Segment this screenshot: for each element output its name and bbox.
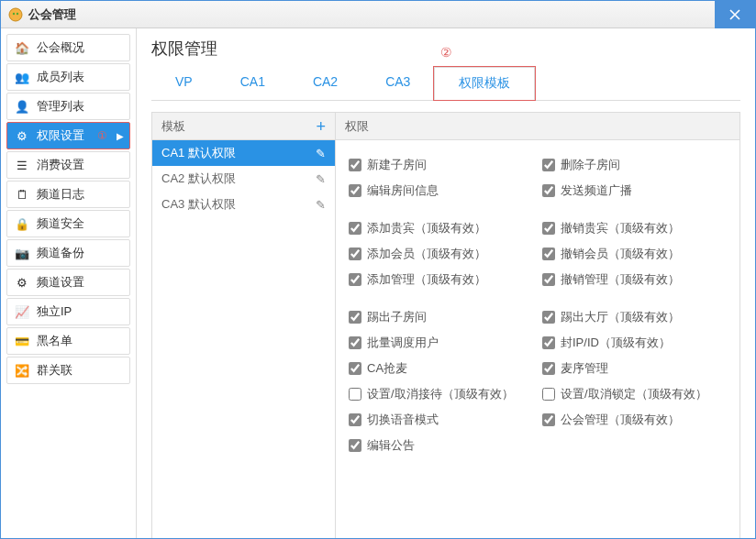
- chevron-right-icon: ▶: [117, 131, 124, 141]
- permission-checkbox[interactable]: [349, 336, 361, 349]
- permission-label: 切换语音模式: [367, 412, 439, 428]
- template-item[interactable]: CA3 默认权限✎: [152, 192, 335, 217]
- permission-checkbox[interactable]: [542, 222, 555, 235]
- permission-checkbox[interactable]: [349, 413, 361, 426]
- permission-checkbox[interactable]: [542, 184, 555, 197]
- permission-item[interactable]: 踢出子房间: [349, 309, 533, 325]
- permission-checkbox[interactable]: [349, 248, 361, 260]
- sidebar-item-8[interactable]: ⚙频道设置: [6, 269, 130, 296]
- sidebar-icon: ⚙: [15, 129, 29, 143]
- permission-item[interactable]: 撤销管理（顶级有效）: [542, 271, 727, 288]
- permission-item[interactable]: CA抢麦: [349, 360, 533, 377]
- permission-label: 编辑房间信息: [367, 182, 439, 199]
- permission-item[interactable]: 添加贵宾（顶级有效）: [349, 220, 533, 236]
- svg-point-0: [9, 8, 22, 21]
- sidebar-item-3[interactable]: ⚙权限设置①▶: [6, 122, 130, 149]
- permission-item[interactable]: 批量调度用户: [349, 335, 533, 351]
- sidebar-item-11[interactable]: 🔀群关联: [6, 357, 130, 384]
- tab-CA1[interactable]: CA1: [217, 67, 289, 100]
- sidebar-icon: ⚙: [15, 276, 29, 290]
- tab-CA3[interactable]: CA3: [361, 67, 434, 100]
- sidebar-item-10[interactable]: 💳黑名单: [6, 327, 130, 355]
- sidebar-icon: ☰: [15, 159, 29, 172]
- sidebar-icon: 👤: [15, 100, 29, 114]
- permission-checkbox[interactable]: [542, 388, 555, 401]
- permission-item[interactable]: 删除子房间: [542, 157, 727, 173]
- sidebar-item-label: 管理列表: [37, 98, 84, 115]
- sidebar-item-label: 群关联: [37, 362, 72, 379]
- permission-item[interactable]: 封IP/ID（顶级有效）: [542, 335, 727, 351]
- sidebar-icon: 🔒: [15, 217, 29, 231]
- sidebar-item-label: 频道设置: [37, 274, 84, 291]
- permission-header-label: 权限: [345, 118, 369, 135]
- sidebar-item-0[interactable]: 🏠公会概况: [6, 34, 130, 61]
- annotation-1: ①: [97, 129, 107, 142]
- sidebar-item-label: 频道安全: [37, 215, 84, 232]
- permission-checkbox[interactable]: [349, 159, 361, 171]
- permission-item[interactable]: 公会管理（顶级有效）: [542, 412, 727, 428]
- permission-checkbox[interactable]: [542, 362, 555, 375]
- permission-item[interactable]: 添加管理（顶级有效）: [349, 271, 533, 288]
- permission-checkbox[interactable]: [349, 362, 361, 375]
- svg-point-1: [13, 12, 15, 14]
- sidebar-item-label: 黑名单: [37, 333, 72, 349]
- template-item[interactable]: CA2 默认权限✎: [152, 166, 335, 192]
- sidebar-item-4[interactable]: ☰消费设置: [6, 151, 130, 179]
- permission-item[interactable]: 编辑房间信息: [349, 182, 533, 199]
- close-button[interactable]: [715, 1, 755, 28]
- sidebar-item-5[interactable]: 🗒频道日志: [6, 181, 130, 208]
- sidebar-item-label: 成员列表: [37, 69, 84, 85]
- content-row: 模板 + CA1 默认权限✎CA2 默认权限✎CA3 默认权限✎ 权限 新建子房…: [151, 112, 740, 538]
- tab-VP[interactable]: VP: [151, 67, 217, 100]
- template-item[interactable]: CA1 默认权限✎: [152, 140, 335, 166]
- sidebar-item-label: 消费设置: [37, 157, 84, 173]
- add-template-button[interactable]: +: [316, 118, 326, 135]
- permission-checkbox[interactable]: [349, 184, 361, 197]
- sidebar-item-6[interactable]: 🔒频道安全: [6, 210, 130, 237]
- permission-item[interactable]: 设置/取消接待（顶级有效）: [349, 386, 533, 402]
- permission-checkbox[interactable]: [542, 413, 555, 426]
- edit-icon[interactable]: ✎: [316, 198, 326, 212]
- permission-checkbox[interactable]: [542, 248, 555, 260]
- permission-checkbox[interactable]: [349, 273, 361, 286]
- template-item-label: CA1 默认权限: [161, 145, 236, 161]
- permission-panel: 权限 新建子房间删除子房间编辑房间信息发送频道广播添加贵宾（顶级有效）撤销贵宾（…: [336, 113, 739, 538]
- app-icon: [8, 7, 23, 22]
- permission-item[interactable]: 编辑公告: [349, 437, 533, 454]
- sidebar-item-1[interactable]: 👥成员列表: [6, 63, 130, 91]
- permission-item[interactable]: 踢出大厅（顶级有效）: [542, 309, 727, 325]
- sidebar-icon: 🗒: [15, 188, 29, 202]
- permission-label: 添加贵宾（顶级有效）: [367, 220, 486, 236]
- edit-icon[interactable]: ✎: [316, 172, 326, 186]
- permission-checkbox[interactable]: [542, 273, 555, 286]
- permission-label: 新建子房间: [367, 157, 427, 173]
- template-panel: 模板 + CA1 默认权限✎CA2 默认权限✎CA3 默认权限✎: [152, 113, 336, 538]
- sidebar-item-2[interactable]: 👤管理列表: [6, 93, 130, 120]
- permission-item[interactable]: 麦序管理: [542, 360, 727, 377]
- permission-checkbox[interactable]: [542, 159, 555, 171]
- permission-checkbox[interactable]: [349, 311, 361, 324]
- permission-label: 添加会员（顶级有效）: [367, 246, 486, 262]
- permission-item[interactable]: 撤销会员（顶级有效）: [542, 246, 727, 262]
- permission-checkbox[interactable]: [542, 336, 555, 349]
- edit-icon[interactable]: ✎: [316, 147, 326, 160]
- template-item-label: CA3 默认权限: [161, 196, 236, 213]
- permission-item[interactable]: 发送频道广播: [542, 182, 727, 199]
- tab-权限模板[interactable]: 权限模板: [434, 67, 535, 101]
- permission-label: CA抢麦: [367, 360, 407, 377]
- tab-CA2[interactable]: CA2: [289, 67, 361, 100]
- permission-checkbox[interactable]: [349, 222, 361, 235]
- permission-item[interactable]: 切换语音模式: [349, 412, 533, 428]
- permission-item[interactable]: 添加会员（顶级有效）: [349, 246, 533, 262]
- permission-label: 麦序管理: [561, 360, 608, 377]
- permission-label: 发送频道广播: [561, 182, 632, 199]
- permission-item[interactable]: 设置/取消锁定（顶级有效）: [542, 386, 727, 402]
- permission-checkbox[interactable]: [349, 388, 361, 401]
- sidebar-item-9[interactable]: 📈独立IP: [6, 298, 130, 325]
- title-bar: 公会管理: [1, 1, 755, 28]
- permission-item[interactable]: 撤销贵宾（顶级有效）: [542, 220, 727, 236]
- permission-checkbox[interactable]: [349, 439, 361, 452]
- permission-checkbox[interactable]: [542, 311, 555, 324]
- permission-item[interactable]: 新建子房间: [349, 157, 533, 173]
- sidebar-item-7[interactable]: 📷频道备份: [6, 239, 130, 267]
